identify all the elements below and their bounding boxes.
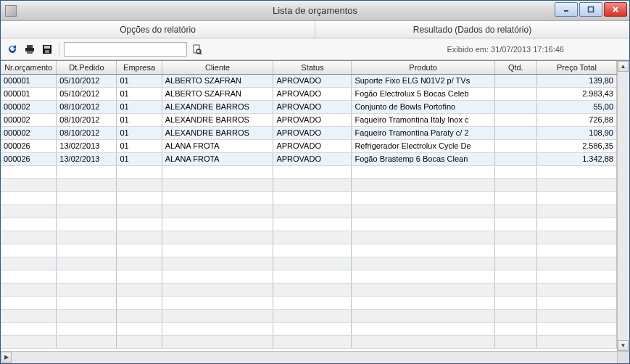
titlebar: Lista de orçamentos xyxy=(1,1,629,21)
cell-dt: 08/10/2012 xyxy=(57,126,117,139)
cell-status: APROVADO xyxy=(273,139,352,152)
search-input[interactable] xyxy=(64,42,187,57)
cell-preco: 139,80 xyxy=(536,74,616,87)
cell-nr: 000002 xyxy=(1,100,57,113)
save-button[interactable] xyxy=(40,42,54,57)
empty-row xyxy=(1,335,617,348)
table-row[interactable]: 00000105/10/201201ALBERTO SZAFRANAPROVAD… xyxy=(1,74,617,87)
cell-cliente: ALEXANDRE BARROS xyxy=(162,100,273,113)
cell-emp: 01 xyxy=(117,87,162,100)
refresh-button[interactable] xyxy=(5,42,20,57)
table-row[interactable]: 00002613/02/201301ALANA FROTAAPROVADOFog… xyxy=(1,152,617,165)
empty-row xyxy=(1,244,617,257)
window-title: Lista de orçamentos xyxy=(1,5,629,16)
toolbar-separator xyxy=(59,42,59,57)
scroll-corner xyxy=(617,351,629,363)
column-header-produto[interactable]: Produto xyxy=(352,61,494,74)
cell-preco: 1.342,88 xyxy=(536,152,616,165)
cell-qtd xyxy=(494,87,536,100)
cell-emp: 01 xyxy=(117,74,162,87)
empty-row xyxy=(1,204,617,218)
cell-nr: 000026 xyxy=(1,152,57,165)
empty-row xyxy=(1,270,617,283)
empty-row xyxy=(1,283,617,296)
svg-rect-4 xyxy=(27,45,33,48)
table-row[interactable]: 00000208/10/201201ALEXANDRE BARROSAPROVA… xyxy=(1,113,617,126)
data-grid[interactable]: Nr.orçamentoDt.PedidoEmpresaClienteStatu… xyxy=(1,61,617,351)
column-header-status[interactable]: Status xyxy=(273,61,352,74)
cell-emp: 01 xyxy=(117,100,162,113)
cell-produto: Faqueiro Tramontina Italy Inox c xyxy=(352,113,494,126)
table-row[interactable]: 00000105/10/201201ALBERTO SZAFRANAPROVAD… xyxy=(1,87,617,100)
app-icon xyxy=(5,5,17,17)
cell-produto: Fogão Brastemp 6 Bocas Clean xyxy=(352,152,494,165)
cell-dt: 05/10/2012 xyxy=(57,87,117,100)
grid-container: Nr.orçamentoDt.PedidoEmpresaClienteStatu… xyxy=(1,60,629,363)
scroll-up-button[interactable]: ▲ xyxy=(618,61,629,72)
vertical-scrollbar[interactable]: ▲ ▼ xyxy=(617,61,629,351)
save-icon xyxy=(42,44,52,54)
table-row[interactable]: 00000208/10/201201ALEXANDRE BARROSAPROVA… xyxy=(1,126,617,139)
minimize-button[interactable] xyxy=(555,2,578,17)
cell-nr: 000026 xyxy=(1,139,57,152)
cell-produto: Refrigerador Electrolux Cycle De xyxy=(352,139,494,152)
horizontal-scrollbar[interactable]: ◀ ▶ xyxy=(1,351,617,363)
cell-qtd xyxy=(494,126,536,139)
cell-status: APROVADO xyxy=(273,74,352,87)
panel-left-label[interactable]: Opções do relatório xyxy=(1,21,315,38)
cell-emp: 01 xyxy=(117,126,162,139)
empty-row xyxy=(1,165,617,178)
empty-row xyxy=(1,218,617,231)
cell-preco: 2.586,35 xyxy=(536,139,616,152)
column-header-preco[interactable]: Preço Total xyxy=(536,61,616,74)
column-header-cliente[interactable]: Cliente xyxy=(162,61,273,74)
print-icon xyxy=(25,44,35,54)
cell-nr: 000002 xyxy=(1,126,57,139)
cell-dt: 08/10/2012 xyxy=(57,100,117,113)
panel-right-label[interactable]: Resultado (Dados do relatório) xyxy=(315,21,629,38)
table-row[interactable]: 00000208/10/201201ALEXANDRE BARROSAPROVA… xyxy=(1,100,617,113)
print-button[interactable] xyxy=(22,42,37,57)
cell-produto: Faqueiro Tramontina Paraty c/ 2 xyxy=(352,126,494,139)
cell-produto: Fogão Electrolux 5 Bocas Celeb xyxy=(352,87,494,100)
cell-preco: 55,00 xyxy=(536,100,616,113)
cell-qtd xyxy=(494,113,536,126)
cell-preco: 726,88 xyxy=(536,113,616,126)
app-window: Lista de orçamentos Opções do relatório … xyxy=(0,0,630,364)
cell-cliente: ALANA FROTA xyxy=(162,139,273,152)
scroll-down-button[interactable]: ▼ xyxy=(618,340,629,351)
empty-row xyxy=(1,322,617,335)
close-button[interactable] xyxy=(604,2,627,17)
cell-emp: 01 xyxy=(117,152,162,165)
cell-qtd xyxy=(494,139,536,152)
empty-row xyxy=(1,296,617,309)
scroll-right-button[interactable]: ▶ xyxy=(1,352,12,363)
cell-emp: 01 xyxy=(117,113,162,126)
empty-row xyxy=(1,191,617,204)
cell-nr: 000001 xyxy=(1,87,57,100)
column-header-qtd[interactable]: Qtd. xyxy=(494,61,536,74)
svg-line-12 xyxy=(200,53,202,54)
svg-rect-6 xyxy=(27,51,33,54)
cell-cliente: ALEXANDRE BARROS xyxy=(162,113,273,126)
column-header-dt[interactable]: Dt.Pedido xyxy=(57,61,117,74)
window-controls xyxy=(555,2,627,17)
empty-row xyxy=(1,231,617,244)
data-table: Nr.orçamentoDt.PedidoEmpresaClienteStatu… xyxy=(1,61,617,349)
empty-row xyxy=(1,309,617,322)
cell-status: APROVADO xyxy=(273,100,352,113)
maximize-button[interactable] xyxy=(579,2,602,17)
cell-preco: 2.983,43 xyxy=(536,87,616,100)
cell-status: APROVADO xyxy=(273,113,352,126)
preview-icon xyxy=(192,44,202,54)
cell-dt: 08/10/2012 xyxy=(57,113,117,126)
panel-header: Opções do relatório Resultado (Dados do … xyxy=(1,21,629,38)
cell-dt: 13/02/2013 xyxy=(57,139,117,152)
cell-preco: 108,90 xyxy=(536,126,616,139)
preview-button[interactable] xyxy=(190,42,204,57)
toolbar: Exibido em: 31/07/2013 17:16:46 xyxy=(1,38,629,60)
column-header-nr[interactable]: Nr.orçamento xyxy=(1,61,57,74)
table-row[interactable]: 00002613/02/201301ALANA FROTAAPROVADORef… xyxy=(1,139,617,152)
cell-dt: 13/02/2013 xyxy=(57,152,117,165)
column-header-emp[interactable]: Empresa xyxy=(117,61,162,74)
